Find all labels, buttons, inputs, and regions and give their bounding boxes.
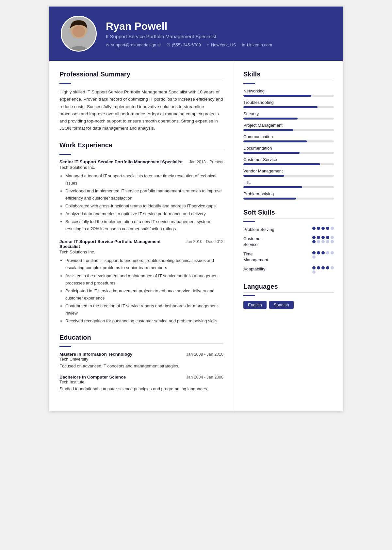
job-2-bullet-5: Received recognition for outstanding cus… [65, 317, 223, 325]
skill-bar-bg-2 [243, 118, 334, 120]
job-1-header: Senior IT Support Service Portfolio Mana… [59, 159, 223, 164]
job-2-bullet-4: Contributed to the creation of IT servic… [65, 302, 223, 317]
candidate-title: It Support Service Portfolio Management … [106, 34, 331, 39]
skill-name-0: Networking [243, 89, 334, 93]
skill-5: Documentation [243, 146, 334, 154]
skill-bar-fill-1 [243, 106, 318, 108]
resume-container: Ryan Powell It Support Service Portfolio… [49, 7, 343, 411]
skill-name-9: Problem-solving [243, 191, 334, 196]
skill-8: ITIL [243, 180, 334, 188]
edu-1-school: Tech University [59, 357, 223, 362]
skill-bar-fill-0 [243, 95, 311, 97]
skill-4: Communication [243, 134, 334, 142]
phone-contact: ✆ (555) 345-6789 [167, 42, 201, 47]
job-1-bullet-1: Managed a team of IT support specialists… [65, 172, 223, 187]
skill-bar-bg-7 [243, 175, 334, 177]
skill-9: Problem-solving [243, 191, 334, 200]
languages-accent [243, 295, 255, 296]
skill-bar-bg-0 [243, 95, 334, 97]
soft-skill-customer-service: CustomerService [243, 236, 334, 248]
skill-6: Customer Service [243, 157, 334, 165]
work-experience-title: Work Experience [59, 141, 223, 151]
right-column: Skills Networking Troubleshooting Securi… [234, 61, 343, 411]
skills-list: Networking Troubleshooting Security Proj… [243, 89, 334, 200]
skill-2: Security [243, 111, 334, 120]
languages-title: Languages [243, 283, 334, 293]
job-2-dates: Jun 2010 - Dec 2012 [186, 239, 223, 244]
education-title: Education [59, 334, 223, 344]
edu-2: Bachelors in Computer Science Jan 2004 -… [59, 375, 223, 392]
education-accent [59, 346, 71, 347]
edu-2-desc: Studied foundational computer science pr… [59, 386, 223, 392]
skill-bar-fill-7 [243, 175, 284, 177]
location-contact: ⌂ NewYork, US [207, 42, 236, 47]
skill-name-2: Security [243, 111, 334, 116]
skill-bar-fill-3 [243, 129, 293, 131]
svg-point-3 [73, 26, 85, 37]
job-2: Junior IT Support Service Portfolio Mana… [59, 239, 223, 325]
edu-2-dates: Jan 2004 - Jan 2008 [186, 375, 223, 380]
skill-bar-fill-8 [243, 186, 302, 188]
skills-section: Skills Networking Troubleshooting Securi… [243, 71, 334, 200]
summary-title: Professional Summary [59, 71, 223, 80]
summary-text: Highly skilled IT Support Service Portfo… [59, 89, 223, 132]
job-1-bullet-5: Successfully led the implementation of a… [65, 218, 223, 233]
job-1-company: Tech Solutions Inc. [59, 165, 223, 170]
edu-1: Masters in Information Technology Jan 20… [59, 352, 223, 369]
skill-name-5: Documentation [243, 146, 334, 151]
job-2-title: Junior IT Support Service Portfolio Mana… [59, 239, 182, 249]
job-1-bullet-4: Analyzed data and metrics to optimize IT… [65, 210, 223, 218]
skill-bar-fill-6 [243, 163, 320, 165]
skill-bar-fill-4 [243, 140, 307, 142]
language-tags: English Spanish [243, 301, 334, 309]
skill-bar-bg-3 [243, 129, 334, 131]
skill-name-4: Communication [243, 134, 334, 139]
linkedin-icon: in [242, 42, 245, 47]
skill-bar-bg-5 [243, 152, 334, 154]
job-1-bullet-2: Developed and implemented IT service por… [65, 187, 223, 202]
header-contacts: ✉ support@resumedesign.ai ✆ (555) 345-67… [106, 42, 331, 47]
language-spanish: Spanish [269, 301, 294, 309]
summary-accent [59, 83, 71, 84]
resume-body: Professional Summary Highly skilled IT S… [49, 61, 343, 411]
work-experience-section: Work Experience Senior IT Support Servic… [59, 141, 223, 325]
job-2-bullet-3: Participated in IT service improvement p… [65, 287, 223, 302]
skill-bar-bg-9 [243, 198, 334, 200]
summary-section: Professional Summary Highly skilled IT S… [59, 71, 223, 132]
resume-header: Ryan Powell It Support Service Portfolio… [49, 7, 343, 61]
skill-bar-fill-9 [243, 198, 296, 200]
edu-2-school: Tech Institute [59, 380, 223, 384]
skill-3: Project Management [243, 123, 334, 131]
languages-section: Languages English Spanish [243, 283, 334, 309]
job-1: Senior IT Support Service Portfolio Mana… [59, 159, 223, 233]
job-1-dates: Jan 2013 - Present [189, 160, 223, 164]
email-contact: ✉ support@resumedesign.ai [106, 42, 161, 47]
soft-skills-section: Soft Skills Problem Solving [243, 209, 334, 274]
candidate-name: Ryan Powell [106, 20, 331, 32]
education-section: Education Masters in Information Technol… [59, 334, 223, 392]
header-info: Ryan Powell It Support Service Portfolio… [106, 20, 331, 47]
job-2-bullet-2: Assisted in the development and maintena… [65, 272, 223, 287]
avatar [61, 16, 97, 52]
skill-bar-bg-8 [243, 186, 334, 188]
skill-name-7: Vendor Management [243, 169, 334, 173]
skills-accent [243, 83, 255, 84]
edu-1-header: Masters in Information Technology Jan 20… [59, 352, 223, 357]
skill-0: Networking [243, 89, 334, 97]
skill-name-1: Troubleshooting [243, 100, 334, 105]
skills-title: Skills [243, 71, 334, 80]
edu-1-desc: Focused on advanced IT concepts and mana… [59, 363, 223, 369]
soft-skill-adaptability: Adaptability [243, 266, 334, 274]
skill-7: Vendor Management [243, 169, 334, 177]
skill-name-3: Project Management [243, 123, 334, 128]
job-1-bullet-3: Collaborated with cross-functional teams… [65, 202, 223, 210]
soft-skill-time-management: TimeManagement [243, 251, 334, 263]
job-2-header: Junior IT Support Service Portfolio Mana… [59, 239, 223, 249]
skill-bar-fill-5 [243, 152, 300, 154]
skill-bar-fill-2 [243, 118, 298, 120]
job-1-bullets: Managed a team of IT support specialists… [59, 172, 223, 233]
work-experience-accent [59, 154, 71, 155]
edu-2-degree: Bachelors in Computer Science [59, 375, 126, 380]
job-1-title: Senior IT Support Service Portfolio Mana… [59, 159, 183, 164]
soft-skills-accent [243, 221, 255, 222]
